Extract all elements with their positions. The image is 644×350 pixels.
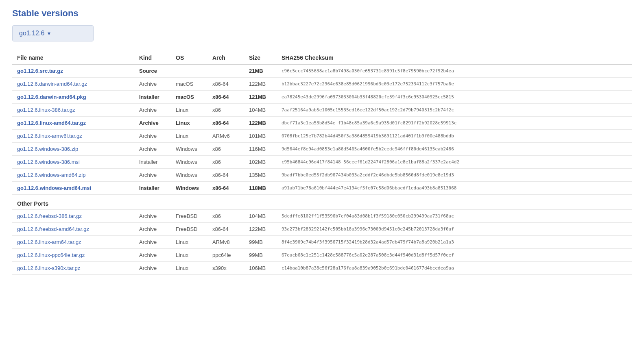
checksum-cell: 7aaf25164a9ab5e1005c15535ed16ee122df50ac… <box>277 104 632 117</box>
file-link[interactable]: go1.12.6.darwin-amd64.tar.gz <box>17 81 87 87</box>
kind-cell: Archive <box>134 262 171 275</box>
size-cell: 104MB <box>244 210 277 223</box>
arch-cell: ARMv8 <box>207 236 244 249</box>
kind-cell: Archive <box>134 223 171 236</box>
file-link[interactable]: go1.12.6.linux-ppc64le.tar.gz <box>17 252 85 258</box>
size-cell: 122MB <box>244 78 277 91</box>
size-cell: 122MB <box>244 117 277 130</box>
arch-cell: ppc64le <box>207 249 244 262</box>
table-row: go1.12.6.windows-386.zipArchiveWindowsx8… <box>12 143 632 156</box>
kind-cell: Installer <box>134 156 171 169</box>
table-row: go1.12.6.freebsd-386.tar.gzArchiveFreeBS… <box>12 210 632 223</box>
arch-cell: s390x <box>207 262 244 275</box>
os-cell: Linux <box>171 236 207 249</box>
checksum-cell: c96c5ccc7455638ae1a8b7498a030fe653731c83… <box>277 65 632 78</box>
os-cell: Windows <box>171 169 207 182</box>
table-row: go1.12.6.darwin-amd64.pkgInstallermacOSx… <box>12 91 632 104</box>
os-cell: Linux <box>171 104 207 117</box>
file-link[interactable]: go1.12.6.windows-amd64.msi <box>17 185 91 191</box>
os-cell: macOS <box>171 91 207 104</box>
files-table: File name Kind OS Arch Size SHA256 Check… <box>12 51 632 275</box>
other-ports-label: Other Ports <box>12 195 632 210</box>
os-cell: Linux <box>171 262 207 275</box>
file-link[interactable]: go1.12.6.freebsd-amd64.tar.gz <box>17 226 89 232</box>
size-cell: 102MB <box>244 156 277 169</box>
size-cell: 122MB <box>244 223 277 236</box>
checksum-cell: 67eacb68c1e251c1428e588776c5a02e287a508e… <box>277 249 632 262</box>
file-link[interactable]: go1.12.6.src.tar.gz <box>17 68 63 74</box>
kind-cell: Archive <box>134 143 171 156</box>
arch-cell: x86-64 <box>207 78 244 91</box>
checksum-cell: dbcf71a3c1ea53b8d54e f1b48c85a39a6c9a935… <box>277 117 632 130</box>
other-ports-header-row: Other Ports <box>12 195 632 210</box>
file-link[interactable]: go1.12.6.linux-amd64.tar.gz <box>17 120 86 126</box>
file-link[interactable]: go1.12.6.linux-s390x.tar.gz <box>17 265 80 271</box>
os-cell: FreeBSD <box>171 223 207 236</box>
col-header-filename: File name <box>12 51 134 65</box>
file-link[interactable]: go1.12.6.windows-amd64.zip <box>17 172 85 178</box>
file-link[interactable]: go1.12.6.windows-386.msi <box>17 159 80 165</box>
arch-cell: x86 <box>207 104 244 117</box>
checksum-cell: 0708fbc125e7b782b44d450f3a3864859419b369… <box>277 130 632 143</box>
table-row: go1.12.6.linux-arm64.tar.gzArchiveLinuxA… <box>12 236 632 249</box>
os-cell: FreeBSD <box>171 210 207 223</box>
table-row: go1.12.6.linux-amd64.tar.gzArchiveLinuxx… <box>12 117 632 130</box>
checksum-cell: 8f4e3909c74b4f3f3956715f32419b28d32a4ad5… <box>277 236 632 249</box>
col-header-arch: Arch <box>207 51 244 65</box>
table-row: go1.12.6.darwin-amd64.tar.gzArchivemacOS… <box>12 78 632 91</box>
size-cell: 116MB <box>244 143 277 156</box>
arch-cell: x86-64 <box>207 169 244 182</box>
arch-cell: x86-64 <box>207 117 244 130</box>
table-row: go1.12.6.linux-ppc64le.tar.gzArchiveLinu… <box>12 249 632 262</box>
kind-cell: Archive <box>134 130 171 143</box>
page-title: Stable versions <box>12 8 632 19</box>
kind-cell: Archive <box>134 210 171 223</box>
kind-cell: Installer <box>134 91 171 104</box>
checksum-cell: c95b46844c96d417f84148 56ceef61d22474f28… <box>277 156 632 169</box>
kind-cell: Archive <box>134 169 171 182</box>
size-cell: 118MB <box>244 182 277 195</box>
kind-cell: Archive <box>134 236 171 249</box>
file-link[interactable]: go1.12.6.linux-386.tar.gz <box>17 107 75 113</box>
checksum-cell: 93a273bf283292142fc505bb18a3996e73009d94… <box>277 223 632 236</box>
table-row: go1.12.6.linux-s390x.tar.gzArchiveLinuxs… <box>12 262 632 275</box>
kind-cell: Archive <box>134 249 171 262</box>
kind-cell: Archive <box>134 104 171 117</box>
table-header-row: File name Kind OS Arch Size SHA256 Check… <box>12 51 632 65</box>
table-row: go1.12.6.windows-386.msiInstallerWindows… <box>12 156 632 169</box>
checksum-cell: ea78245e43de2996fa0973033064b33f48820cfe… <box>277 91 632 104</box>
checksum-cell: 5dcdffe8102ff1f53596b7cf04a83d08b1f3f591… <box>277 210 632 223</box>
os-cell: Windows <box>171 156 207 169</box>
col-header-checksum: SHA256 Checksum <box>277 51 632 65</box>
file-link[interactable]: go1.12.6.freebsd-386.tar.gz <box>17 213 82 219</box>
size-cell: 21MB <box>244 65 277 78</box>
os-cell: Linux <box>171 117 207 130</box>
kind-cell: Source <box>134 65 171 78</box>
os-cell: Linux <box>171 249 207 262</box>
file-link[interactable]: go1.12.6.linux-arm64.tar.gz <box>17 239 81 245</box>
arch-cell: x86-64 <box>207 223 244 236</box>
kind-cell: Archive <box>134 78 171 91</box>
col-header-os: OS <box>171 51 207 65</box>
chevron-down-icon: ▾ <box>48 30 50 37</box>
arch-cell: x86 <box>207 156 244 169</box>
os-cell: macOS <box>171 78 207 91</box>
file-link[interactable]: go1.12.6.linux-armv6l.tar.gz <box>17 133 82 139</box>
arch-cell: x86-64 <box>207 182 244 195</box>
os-cell: Linux <box>171 130 207 143</box>
version-dropdown[interactable]: go1.12.6 ▾ <box>12 25 94 41</box>
arch-cell <box>207 65 244 78</box>
kind-cell: Installer <box>134 182 171 195</box>
file-link[interactable]: go1.12.6.darwin-amd64.pkg <box>17 94 86 100</box>
checksum-cell: 9badf7bbc0ed55f2db967434b033a2cddf2e46db… <box>277 169 632 182</box>
checksum-cell: a91ab71be78a610bf444e47e4194cf5fe07c58d0… <box>277 182 632 195</box>
table-row: go1.12.6.src.tar.gzSource21MBc96c5ccc745… <box>12 65 632 78</box>
checksum-cell: 9d5644ef8e94ad0853e1a86d5465a4600fe5b2ce… <box>277 143 632 156</box>
file-link[interactable]: go1.12.6.windows-386.zip <box>17 146 78 152</box>
size-cell: 106MB <box>244 262 277 275</box>
table-row: go1.12.6.freebsd-amd64.tar.gzArchiveFree… <box>12 223 632 236</box>
size-cell: 99MB <box>244 249 277 262</box>
table-row: go1.12.6.linux-386.tar.gzArchiveLinuxx86… <box>12 104 632 117</box>
version-label: go1.12.6 <box>19 30 44 37</box>
arch-cell: x86 <box>207 143 244 156</box>
